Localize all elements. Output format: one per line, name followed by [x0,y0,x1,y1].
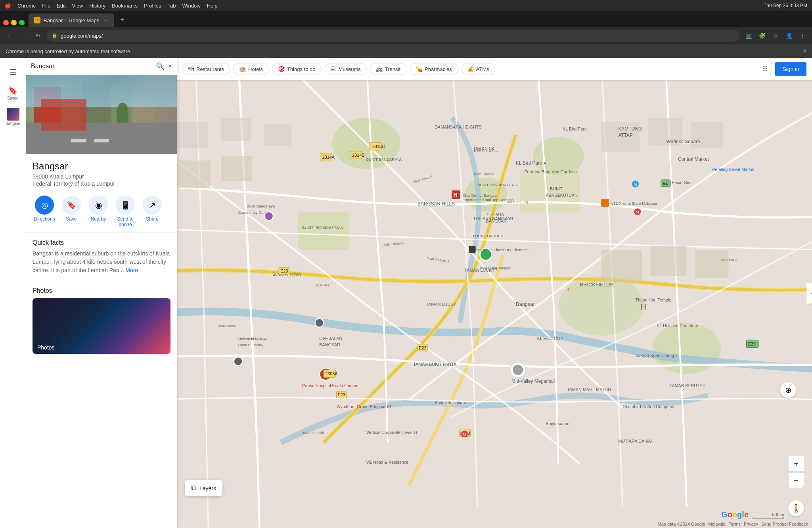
svg-text:Ghostbird Coffee Company: Ghostbird Coffee Company [622,404,674,409]
forward-button[interactable]: → [18,30,29,41]
svg-text:Chai Dental Bangsar: Chai Dental Bangsar [462,193,498,198]
menu-tab[interactable]: Tab [167,3,176,9]
profile-icon[interactable]: 👤 [783,30,795,41]
menu-edit[interactable]: Edit [57,3,65,9]
search-box-row: 🔍 × [26,58,177,75]
svg-text:Petaling Street Market: Petaling Street Market [712,167,755,172]
map-controls: ⊕ + − [788,456,804,488]
hamburger-menu-button[interactable]: ☰ [4,63,23,82]
send-to-phone-button[interactable]: 📱 Send to phone [113,196,137,228]
tab-title: Bangsar – Google Maps [44,17,99,23]
svg-text:Mr White Finest Dry Cleaner's: Mr White Finest Dry Cleaner's [477,248,529,252]
search-button[interactable]: 🔍 [156,62,165,71]
menu-help[interactable]: Help [207,3,218,9]
recents-button[interactable]: Bangsar [4,107,23,126]
compass-button[interactable]: ⊕ [780,382,796,398]
nearby-button[interactable]: ◉ Nearby [86,196,110,228]
traffic-light-close[interactable] [3,20,9,25]
photos-thumbnail[interactable]: Photos [33,298,170,354]
filter-things-to-do[interactable]: 🎯 Things to do [272,63,322,75]
street-view-button[interactable]: 🚶 [788,500,804,516]
zoom-in-button[interactable]: + [788,456,804,472]
svg-rect-4 [298,212,349,250]
menu-bar-items: Chrome File Edit View History Bookmarks … [17,3,217,9]
menu-window[interactable]: Window [182,3,200,9]
layers-button[interactable]: ⧉ Layers [185,480,222,496]
address-box[interactable]: 🔒 google.com/maps/ [47,30,740,42]
menu-bar: 🍎 Chrome File Edit View History Bookmark… [0,0,812,11]
bookmark-star-icon[interactable]: ☆ [770,30,781,41]
back-button[interactable]: ← [4,30,15,41]
tab-bangsar-maps[interactable]: 📍 Bangsar – Google Maps × [29,13,114,27]
more-menu-icon[interactable]: ⋮ [797,30,808,41]
scale-label: 500 m [772,512,784,517]
menu-bookmarks[interactable]: Bookmarks [112,3,138,9]
svg-rect-17 [650,246,687,276]
notification-close-button[interactable]: × [803,48,806,55]
filter-transit[interactable]: 🚌 Transit [370,63,406,75]
share-button[interactable]: ↗ Share [140,196,164,228]
svg-text:V12 Xiaomi Store Malaysia: V12 Xiaomi Store Malaysia [611,201,657,205]
svg-text:ATTAP: ATTAP [618,132,633,138]
directions-button[interactable]: ◎ Directions [33,196,56,228]
apps-grid-button[interactable]: ⠿ [758,62,772,76]
filter-hotels[interactable]: 🏨 Hotels [233,63,269,75]
quick-facts-title: Quick facts [33,239,170,246]
museums-label: Museums [339,66,361,72]
sign-in-button[interactable]: Sign in [775,62,806,76]
search-input[interactable] [31,63,153,70]
svg-text:M: M [463,432,466,436]
apple-menu[interactable]: 🍎 [5,3,11,9]
svg-text:Bangsar: Bangsar [516,301,535,307]
traffic-light-minimize[interactable] [11,20,17,25]
map-terms-link[interactable]: Terms [729,522,741,526]
extensions-icon[interactable]: 🧩 [756,30,768,41]
search-clear-button[interactable]: × [168,62,172,71]
svg-text:M: M [636,210,639,214]
directions-icon: ◎ [35,196,54,215]
traffic-light-maximize[interactable] [19,20,25,25]
filter-atms[interactable]: 💰 ATMs [461,63,495,75]
map-malaysia-link[interactable]: Malaysia [709,522,726,526]
pharmacies-label: Pharmacies [425,66,452,72]
menu-history[interactable]: History [90,3,105,9]
map-toolbar: 🍽 Restaurants 🏨 Hotels 🎯 Things to do 🏛 … [177,58,812,80]
menu-file[interactable]: File [42,3,50,9]
place-image-inner [26,75,177,154]
save-button[interactable]: 🔖 Save [59,196,83,228]
tab-close-button[interactable]: × [102,17,109,23]
menu-profiles[interactable]: Profiles [144,3,161,9]
svg-text:TAMAN MAHILMATON: TAMAN MAHILMATON [567,387,611,392]
menu-chrome[interactable]: Chrome [17,3,36,9]
new-tab-button[interactable]: + [117,14,128,25]
map-privacy-link[interactable]: Privacy [744,522,758,526]
svg-text:Central Market: Central Market [678,156,709,162]
left-sidebar: ☰ 🔖 Saved Bangsar [0,58,26,528]
zoom-out-button[interactable]: − [788,472,804,488]
svg-text:Nirvana 2: Nirvana 2 [721,257,737,262]
svg-text:Abdullah Hukum: Abdullah Hukum [435,400,466,405]
filter-pharmacies[interactable]: 💊 Pharmacies [410,63,458,75]
refresh-button[interactable]: ↻ [33,30,44,41]
map-feedback-link[interactable]: Send Product Feedback [761,522,808,526]
svg-text:Experienced and Top Dentists: Experienced and Top Dentists [462,198,513,202]
cast-icon[interactable]: 📺 [743,30,754,41]
svg-text:KL Bird Park: KL Bird Park [563,127,587,131]
svg-text:⛩: ⛩ [640,303,648,312]
things-to-do-icon: 🎯 [278,66,285,72]
svg-text:TAMAN SA: TAMAN SA [473,146,495,151]
send-to-phone-icon: 📱 [116,196,135,215]
svg-text:KAMPUNG: KAMPUNG [618,126,642,132]
svg-text:KL Bird Park ●: KL Bird Park ● [516,160,546,166]
menu-view[interactable]: View [72,3,83,9]
send-to-phone-label: Send to phone [117,216,133,228]
quick-facts-more-link[interactable]: More [125,267,138,273]
svg-text:OFF JALAN: OFF JALAN [319,336,342,341]
svg-text:2314A: 2314A [322,155,335,159]
filter-museums[interactable]: 🏛 Museums [325,63,367,75]
filter-restaurants[interactable]: 🍽 Restaurants [182,63,230,75]
map-background[interactable]: BANGSAR HILLS Bangsar ● KAMPUNG ATTAP BR… [177,58,812,528]
saved-button[interactable]: 🔖 Saved [4,83,23,102]
map-data-text: Map data ©2024 Google [658,522,705,526]
svg-rect-8 [177,122,208,148]
